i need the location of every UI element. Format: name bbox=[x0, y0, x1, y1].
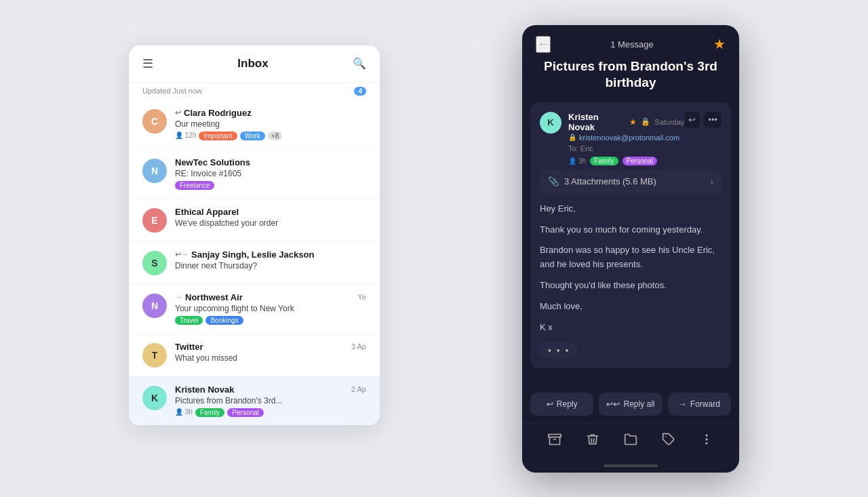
email-item[interactable]: N → Northwest Air Ye Your upcoming fligh… bbox=[129, 284, 380, 334]
forward-label: Forward bbox=[690, 399, 720, 409]
sender-email-row: 🔒 kristennovak@protonmail.com bbox=[568, 134, 684, 142]
label-button[interactable] bbox=[656, 430, 681, 452]
reply-all-button[interactable]: ↩↩ Reply all bbox=[599, 393, 662, 416]
more-options-button[interactable]: ••• bbox=[704, 112, 722, 127]
message-header: ← 1 Message ★ bbox=[522, 25, 739, 58]
email-sender: → Northwest Air bbox=[175, 292, 243, 302]
sender-name-row: Kristen Novak ★ 🔒 Saturday bbox=[568, 112, 684, 132]
email-item[interactable]: C ↩ Clara Rodriguez Our meeting 👤 12h Im… bbox=[129, 100, 380, 149]
body-line-6: K x bbox=[540, 321, 722, 335]
back-button[interactable]: ← bbox=[536, 36, 551, 53]
hamburger-icon[interactable]: ☰ bbox=[142, 56, 153, 71]
email-content: → Northwest Air Ye Your upcoming flight … bbox=[175, 292, 366, 325]
chevron-right-icon: › bbox=[710, 176, 713, 187]
email-item[interactable]: N NewTec Solutions RE: Invoice #1605 Fre… bbox=[129, 149, 380, 199]
avatar: S bbox=[142, 251, 167, 275]
body-line-1: Hey Eric, bbox=[540, 202, 722, 216]
tag-personal: Personal bbox=[623, 157, 657, 165]
svg-rect-0 bbox=[549, 434, 561, 437]
email-tags: Freelance bbox=[175, 181, 366, 190]
email-subject: RE: Invoice #1605 bbox=[175, 169, 366, 178]
message-subject: Pictures from Brandon's 3rd birthday bbox=[522, 58, 739, 102]
email-item[interactable]: T Twitter 3 Ap What you missed bbox=[129, 334, 380, 376]
message-card: K Kristen Novak ★ 🔒 Saturday 🔒 kristenno… bbox=[530, 102, 731, 369]
message-toolbar bbox=[522, 422, 739, 462]
email-subject: Our meeting bbox=[175, 119, 366, 129]
reply-button[interactable]: ↩ Reply bbox=[530, 393, 593, 416]
inbox-header: ☰ Inbox 🔍 bbox=[129, 45, 380, 83]
reply-quick-button[interactable]: ↩ bbox=[684, 112, 700, 127]
body-line-3: Brandon was so happy to see his Uncle Er… bbox=[540, 243, 722, 272]
move-button[interactable] bbox=[618, 430, 643, 452]
email-sender: NewTec Solutions bbox=[175, 157, 250, 167]
email-item[interactable]: E Ethical Apparel We've dispatched your … bbox=[129, 199, 380, 241]
email-sender: ↩→ Sanjay Singh, Leslie Jackson bbox=[175, 250, 314, 260]
email-subject: Dinner next Thursday? bbox=[175, 261, 366, 271]
more-toolbar-button[interactable] bbox=[694, 430, 719, 452]
sender-left: K Kristen Novak ★ 🔒 Saturday 🔒 kristenno… bbox=[540, 112, 684, 165]
star-icon[interactable]: ★ bbox=[713, 36, 726, 52]
email-sender: Ethical Apparel bbox=[175, 207, 239, 217]
sender-star-icon: ★ bbox=[629, 117, 637, 127]
inbox-updated-label: Updated Just now bbox=[142, 87, 202, 95]
avatar: E bbox=[142, 208, 167, 233]
inbox-title: Inbox bbox=[237, 57, 268, 71]
svg-point-3 bbox=[706, 435, 707, 436]
email-content: ↩ Clara Rodriguez Our meeting 👤 12h Impo… bbox=[175, 108, 366, 140]
bottom-indicator bbox=[604, 464, 658, 467]
email-subject: Your upcoming flight to New York bbox=[175, 304, 366, 313]
email-item[interactable]: K Kristen Novak 2 Ap Pictures from Brand… bbox=[129, 376, 380, 425]
message-body-text: Hey Eric, Thank you so much for coming y… bbox=[540, 202, 722, 335]
sender-row: K Kristen Novak ★ 🔒 Saturday 🔒 kristenno… bbox=[540, 112, 722, 165]
attachments-row[interactable]: 📎 3 Attachments (5.6 MB) › bbox=[540, 170, 722, 194]
lock-icon: 🔒 bbox=[568, 134, 576, 141]
attachments-label: 3 Attachments (5.6 MB) bbox=[564, 176, 656, 186]
message-count: 1 Message bbox=[610, 39, 654, 49]
tag-personal: Personal bbox=[227, 408, 263, 417]
sender-actions: ↩ ••• bbox=[684, 112, 722, 127]
email-subject: We've dispatched your order bbox=[175, 218, 366, 228]
reply-icon: ↩ bbox=[547, 399, 553, 409]
to-row: To: Eric bbox=[568, 144, 684, 153]
trash-button[interactable] bbox=[580, 430, 605, 452]
tag-bookings: Bookings bbox=[205, 316, 243, 325]
tag-freelance: Freelance bbox=[175, 181, 214, 190]
email-item[interactable]: S ↩→ Sanjay Singh, Leslie Jackson Dinner… bbox=[129, 241, 380, 284]
email-sender: ↩ Clara Rodriguez bbox=[175, 108, 252, 118]
email-tags: 👤 3h Family Personal bbox=[175, 408, 366, 417]
svg-point-5 bbox=[706, 443, 707, 444]
forward-button[interactable]: → Forward bbox=[668, 393, 731, 416]
inbox-updated-bar: Updated Just now 4 bbox=[129, 83, 380, 100]
expand-dots-button[interactable]: • • • bbox=[540, 342, 578, 359]
reply-indicator-icon: ↩ bbox=[175, 108, 181, 117]
reply-all-icon: ↩↩ bbox=[606, 399, 620, 409]
sender-avatar: K bbox=[540, 112, 561, 134]
sender-email[interactable]: kristennovak@protonmail.com bbox=[579, 134, 679, 142]
avatar: K bbox=[142, 386, 167, 410]
email-subject: What you missed bbox=[175, 353, 366, 363]
email-time: Ye bbox=[358, 293, 366, 301]
message-actions-row: ↩ Reply ↩↩ Reply all → Forward bbox=[522, 386, 739, 422]
email-content: Twitter 3 Ap What you missed bbox=[175, 342, 366, 365]
paperclip-icon: 📎 bbox=[548, 176, 559, 186]
message-body-area: K Kristen Novak ★ 🔒 Saturday 🔒 kristenno… bbox=[522, 102, 739, 386]
sender-name: Kristen Novak bbox=[568, 112, 625, 132]
email-content: Ethical Apparel We've dispatched your or… bbox=[175, 207, 366, 231]
search-icon[interactable]: 🔍 bbox=[353, 57, 366, 70]
reply-all-label: Reply all bbox=[623, 399, 654, 409]
to-label: To: Eric bbox=[568, 144, 593, 153]
tag-family: Family bbox=[590, 157, 618, 165]
email-content: NewTec Solutions RE: Invoice #1605 Freel… bbox=[175, 157, 366, 190]
forward-icon: → bbox=[679, 399, 687, 409]
email-tags: 👤 12h Important Work +8 bbox=[175, 132, 366, 140]
archive-button[interactable] bbox=[542, 430, 567, 452]
email-time: 2 Ap bbox=[351, 385, 366, 393]
email-meta: 👤 12h bbox=[175, 132, 196, 139]
reply-label: Reply bbox=[557, 399, 578, 409]
msg-time: 👤 3h bbox=[568, 157, 586, 165]
tag-family: Family bbox=[195, 408, 224, 417]
reply-indicator-icon: → bbox=[175, 293, 182, 301]
message-panel: ← 1 Message ★ Pictures from Brandon's 3r… bbox=[522, 25, 739, 473]
email-content: Kristen Novak 2 Ap Pictures from Brandon… bbox=[175, 384, 366, 417]
svg-point-4 bbox=[706, 439, 707, 440]
